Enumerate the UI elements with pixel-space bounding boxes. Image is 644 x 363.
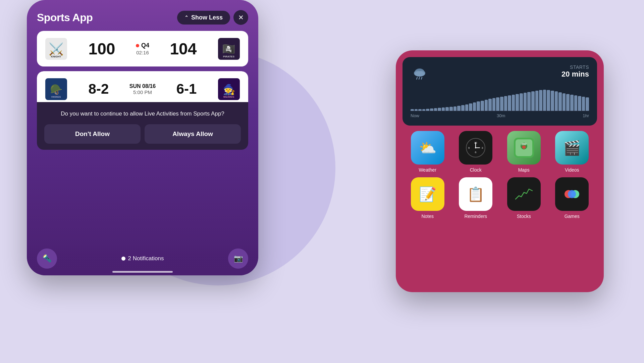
notification-text: Do you want to continue to allow Live Ac… [44, 109, 241, 118]
svg-line-17 [419, 77, 420, 79]
rain-cloud-icon [411, 64, 429, 83]
rain-bar [438, 108, 441, 111]
rain-bar [422, 109, 426, 111]
rain-bar [500, 97, 503, 111]
weather-app-icon: ⛅ [411, 131, 444, 165]
app-stocks[interactable]: Stocks [502, 177, 546, 219]
weather-header: STARTS 20 mins [411, 64, 589, 83]
header-buttons: ⌃ Show Less ✕ [177, 10, 248, 25]
app-games[interactable]: Games [550, 177, 594, 219]
rain-bar [531, 91, 535, 111]
svg-text:⚔️: ⚔️ [48, 42, 63, 56]
rain-bar [457, 106, 461, 111]
game2-time: 5:00 PM [129, 89, 156, 95]
always-allow-button[interactable]: Always Allow [145, 124, 241, 144]
rain-bar [535, 91, 539, 111]
svg-text:VIKINGS: VIKINGS [51, 96, 61, 98]
starts-time: 20 mins [561, 70, 589, 79]
reminders-icon: 📋 [467, 186, 484, 202]
app-clock[interactable]: 12 6 9 3 Clock [454, 131, 498, 173]
rain-bar [551, 91, 554, 111]
app-notes[interactable]: 📝 Notes [406, 177, 449, 219]
app-weather[interactable]: ⛅ Weather [406, 131, 449, 173]
svg-line-16 [417, 77, 417, 79]
close-button[interactable]: ✕ [233, 10, 248, 25]
maps-app-icon: 280 ⓘ [507, 131, 541, 165]
rain-bar [543, 90, 546, 111]
rain-bar [582, 97, 585, 111]
svg-text:3: 3 [482, 146, 483, 149]
app-maps[interactable]: 280 ⓘ Maps [502, 131, 546, 173]
rain-bar [562, 93, 566, 111]
svg-text:KNIGHT: KNIGHT [51, 55, 61, 58]
rain-bar [449, 107, 453, 111]
chart-label-30m: 30m [497, 113, 505, 118]
clock-icon: 12 6 9 3 [466, 138, 486, 158]
svg-line-18 [421, 77, 422, 79]
svg-text:🪖: 🪖 [50, 84, 62, 96]
chart-label-now: Now [411, 113, 419, 118]
rain-bar [461, 105, 465, 111]
action-buttons: Don't Allow Always Allow [44, 124, 241, 144]
weather-icon: ⛅ [419, 140, 436, 156]
rain-bar [481, 101, 484, 111]
videos-app-icon: 🎬 [555, 131, 589, 165]
app-reminders[interactable]: 📋 Reminders [454, 177, 498, 219]
rain-bar [430, 108, 433, 111]
team4-score: 6-1 [176, 81, 197, 97]
game1-quarter: Q4 [141, 42, 149, 49]
game1-score-card: ⚔️ KNIGHT 100 Q4 02:16 104 🏴‍☠️ PIRATES [37, 31, 248, 66]
svg-rect-32 [514, 184, 534, 204]
dont-allow-button[interactable]: Don't Allow [44, 124, 141, 144]
rain-bar [539, 90, 542, 111]
bottom-bar: 🔦 2 Notifications 📷 [27, 244, 258, 275]
rain-bar [418, 109, 422, 111]
team2-logo: 🏴‍☠️ PIRATES [217, 37, 241, 60]
weather-starts: STARTS 20 mins [561, 64, 589, 79]
rain-bar [555, 91, 558, 111]
rain-bar [442, 107, 445, 111]
live-indicator [136, 44, 139, 47]
app-title: Sports App [37, 11, 93, 24]
svg-point-36 [568, 190, 576, 198]
notification-dot [121, 257, 125, 261]
chart-labels: Now 30m 1hr [411, 113, 589, 118]
games-app-icon [555, 177, 589, 211]
clock-app-label: Clock [470, 167, 482, 173]
rain-bar [477, 101, 480, 111]
app-grid-row2: 📝 Notes 📋 Reminders Stocks [402, 177, 597, 219]
maps-app-label: Maps [518, 167, 530, 173]
game2-panel: 🪖 VIKINGS 8-2 SUN 08/16 5:00 PM 6-1 🧙 WI… [37, 71, 248, 150]
app-videos[interactable]: 🎬 Videos [550, 131, 594, 173]
svg-text:WIZARDS: WIZARDS [223, 96, 234, 98]
rain-bar [527, 92, 531, 111]
app-header: Sports App ⌃ Show Less ✕ [37, 7, 248, 25]
game2-info: SUN 08/16 5:00 PM [129, 83, 156, 95]
stocks-icon [514, 184, 534, 204]
camera-button[interactable]: 📷 [228, 248, 248, 269]
flashlight-button[interactable]: 🔦 [37, 248, 57, 269]
rain-bar [570, 95, 574, 111]
starts-label: STARTS [561, 64, 589, 70]
rain-bar [488, 99, 492, 111]
rain-bar [558, 92, 562, 111]
team3-logo: 🪖 VIKINGS [44, 77, 68, 101]
chart-label-1hr: 1hr [583, 113, 589, 118]
rain-bar [508, 95, 511, 111]
rain-bar [469, 103, 472, 111]
notifications-count: 2 Notifications [128, 255, 164, 262]
weather-widget: STARTS 20 mins Now 30m 1hr [402, 57, 597, 126]
show-less-button[interactable]: ⌃ Show Less [177, 11, 230, 25]
videos-icon: 🎬 [563, 140, 581, 156]
camera-icon: 📷 [234, 254, 243, 263]
rain-bar [574, 95, 578, 111]
svg-text:PIRATES: PIRATES [223, 55, 235, 58]
team1-score: 100 [88, 40, 115, 58]
left-phone: Sports App ⌃ Show Less ✕ ⚔️ KNIGHT [27, 0, 258, 275]
games-app-label: Games [565, 214, 580, 219]
svg-point-15 [415, 71, 425, 77]
rain-bar [586, 97, 589, 111]
rain-bar [411, 109, 414, 111]
svg-text:🏴‍☠️: 🏴‍☠️ [222, 43, 235, 55]
maps-icon: 280 ⓘ [514, 138, 534, 158]
